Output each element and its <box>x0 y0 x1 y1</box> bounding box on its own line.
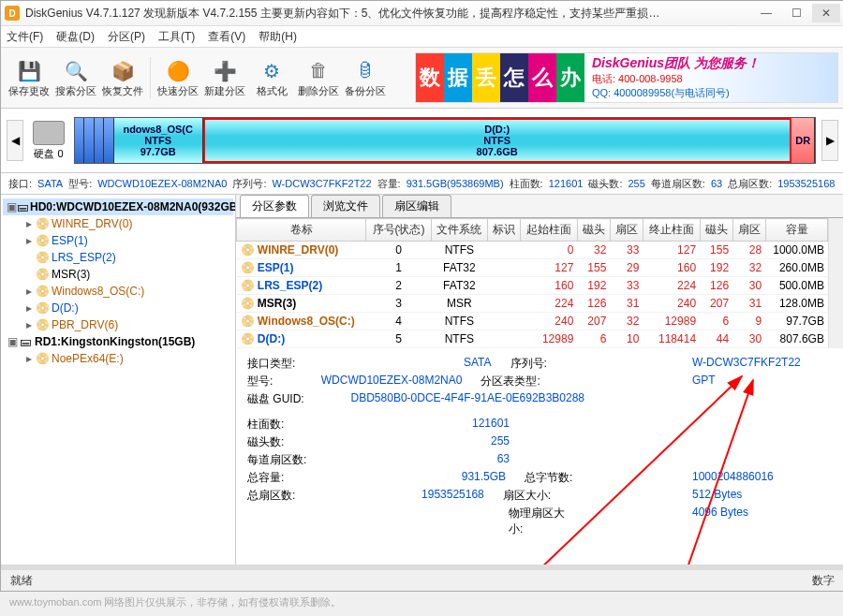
menu-tools[interactable]: 工具(T) <box>158 29 195 45</box>
toolbar-格式化[interactable]: ⚙格式化 <box>249 57 294 98</box>
vscrollbar[interactable] <box>828 218 843 348</box>
window-title: DiskGenius V4.7.1.127 发现新版本 V4.7.2.155 主… <box>25 6 750 22</box>
disk-details: 接口类型:SATA序列号:W-DCW3C7FKF2T22 型号:WDCWD10E… <box>236 348 843 565</box>
disk-label: 硬盘 0 <box>29 121 68 161</box>
toolbar-快速分区[interactable]: 🟠快速分区 <box>155 57 200 98</box>
partition-seg[interactable] <box>95 118 104 163</box>
right-panel: 分区参数 浏览文件 扇区编辑 卷标序号(状态)文件系统标识起始柱面磁头扇区终止柱… <box>236 195 843 565</box>
disk-bar: ◀ 硬盘 0 ndows8_OS(CNTFS97.7GBD(D:)NTFS807… <box>1 109 843 173</box>
tree-node[interactable]: ▣🖴HD0:WDCWD10EZEX-08M2NA0(932GB) <box>3 198 233 215</box>
partition-seg[interactable] <box>75 118 84 163</box>
toolbar: 💾保存更改🔍搜索分区📦恢复文件🟠快速分区➕新建分区⚙格式化🗑删除分区🛢备份分区 … <box>1 48 843 109</box>
watermark: www.toymoban.com 网络图片仅供展示，非存储，如有侵权请联系删除。 <box>0 592 843 613</box>
partition-seg[interactable] <box>84 118 94 163</box>
partition-table-type: GPT <box>692 374 833 389</box>
menu-partition[interactable]: 分区(P) <box>108 29 145 45</box>
menu-disk[interactable]: 硬盘(D) <box>56 29 95 45</box>
status-right: 数字 <box>812 573 835 589</box>
table-row[interactable]: 📀 WINRE_DRV(0)0NTFS03233127155281000.0MB <box>237 242 828 259</box>
toolbar-删除分区[interactable]: 🗑删除分区 <box>296 57 341 98</box>
table-row[interactable]: 📀 Windows8_OS(C:)4NTFS24020732129896997.… <box>237 313 828 330</box>
main-area: ▣🖴HD0:WDCWD10EZEX-08M2NA0(932GB)▸📀WINRE_… <box>1 195 843 565</box>
tab-sector-edit[interactable]: 扇区编辑 <box>382 195 451 217</box>
partition-seg[interactable] <box>104 118 113 163</box>
tree-node[interactable]: 📀LRS_ESP(2) <box>3 249 233 266</box>
disk-next-button[interactable]: ▶ <box>821 120 838 161</box>
toolbar-保存更改[interactable]: 💾保存更改 <box>7 57 52 98</box>
tree-node[interactable]: ▸📀ESP(1) <box>3 232 233 249</box>
toolbar-搜索分区[interactable]: 🔍搜索分区 <box>53 57 98 98</box>
status-left: 就绪 <box>10 573 33 589</box>
tabs: 分区参数 浏览文件 扇区编辑 <box>236 195 843 218</box>
app-window: D DiskGenius V4.7.1.127 发现新版本 V4.7.2.155… <box>0 0 843 592</box>
disk-prev-button[interactable]: ◀ <box>7 120 23 161</box>
tree-node[interactable]: ▸📀WINRE_DRV(0) <box>3 215 233 232</box>
menu-file[interactable]: 文件(F) <box>7 29 43 45</box>
table-row[interactable]: 📀 LRS_ESP(2)2FAT321601923322412630500.0M… <box>237 277 828 295</box>
maximize-button[interactable]: ☐ <box>782 4 810 22</box>
partition-bar[interactable]: ndows8_OS(CNTFS97.7GBD(D:)NTFS807.6GBDR <box>74 117 816 164</box>
statusbar: 就绪 数字 <box>1 565 843 591</box>
minimize-button[interactable]: — <box>752 4 780 22</box>
tree-node[interactable]: 📀MSR(3) <box>3 266 233 283</box>
close-button[interactable]: ✕ <box>812 4 840 22</box>
banner-line1: DiskGenius团队 为您服务！ <box>592 55 830 72</box>
disk-info-line: 接口:SATA 型号:WDCWD10EZEX-08M2NA0 序列号:W-DCW… <box>1 173 843 195</box>
toolbar-备份分区[interactable]: 🛢备份分区 <box>343 57 388 98</box>
tree-node[interactable]: ▸📀NoePEx64(E:) <box>3 350 233 367</box>
partition-table[interactable]: 卷标序号(状态)文件系统标识起始柱面磁头扇区终止柱面磁头扇区容量📀 WINRE_… <box>236 218 828 348</box>
menubar: 文件(F) 硬盘(D) 分区(P) 工具(T) 查看(V) 帮助(H) <box>1 26 843 48</box>
titlebar: D DiskGenius V4.7.1.127 发现新版本 V4.7.2.155… <box>1 1 843 26</box>
tree-node[interactable]: ▸📀Windows8_OS(C:) <box>3 283 233 300</box>
table-row[interactable]: 📀 ESP(1)1FAT321271552916019232260.0MB <box>237 259 828 277</box>
disk-tree[interactable]: ▣🖴HD0:WDCWD10EZEX-08M2NA0(932GB)▸📀WINRE_… <box>1 195 236 565</box>
menu-view[interactable]: 查看(V) <box>208 29 245 45</box>
tab-partition-params[interactable]: 分区参数 <box>240 195 309 217</box>
table-row[interactable]: 📀 MSR(3)3MSR2241263124020731128.0MB <box>237 295 828 313</box>
menu-help[interactable]: 帮助(H) <box>259 29 297 45</box>
table-row[interactable]: 📀 D(D:)5NTFS129896101184144430807.6GB <box>237 330 828 348</box>
partition-seg[interactable]: ndows8_OS(CNTFS97.7GB <box>114 118 203 163</box>
banner-line3: QQ: 4000089958(与电话同号) <box>592 86 830 100</box>
ad-banner: 数据丢怎么办 DiskGenius团队 为您服务！ 电话: 400-008-99… <box>415 52 838 103</box>
tab-browse-files[interactable]: 浏览文件 <box>311 195 380 217</box>
banner-line2: 电话: 400-008-9958 <box>592 72 830 86</box>
app-logo-icon: D <box>5 6 20 21</box>
partition-seg[interactable]: DR <box>791 118 815 163</box>
tree-node[interactable]: ▣🖴RD1:KingstonKingston(15GB) <box>3 333 233 350</box>
hdd-icon <box>33 121 65 145</box>
partition-seg[interactable]: D(D:)NTFS807.6GB <box>203 118 792 163</box>
toolbar-新建分区[interactable]: ➕新建分区 <box>202 57 247 98</box>
tree-node[interactable]: ▸📀D(D:) <box>3 300 233 316</box>
tree-node[interactable]: ▸📀PBR_DRV(6) <box>3 316 233 333</box>
toolbar-恢复文件[interactable]: 📦恢复文件 <box>100 57 145 98</box>
